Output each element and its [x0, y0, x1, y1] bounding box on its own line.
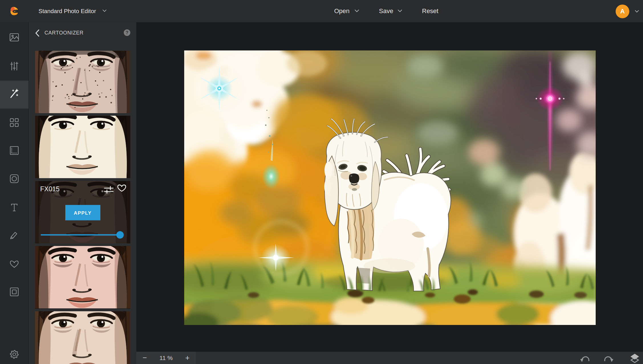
svg-text:APPLY: APPLY — [74, 210, 92, 216]
svg-text:FX015: FX015 — [40, 185, 60, 193]
